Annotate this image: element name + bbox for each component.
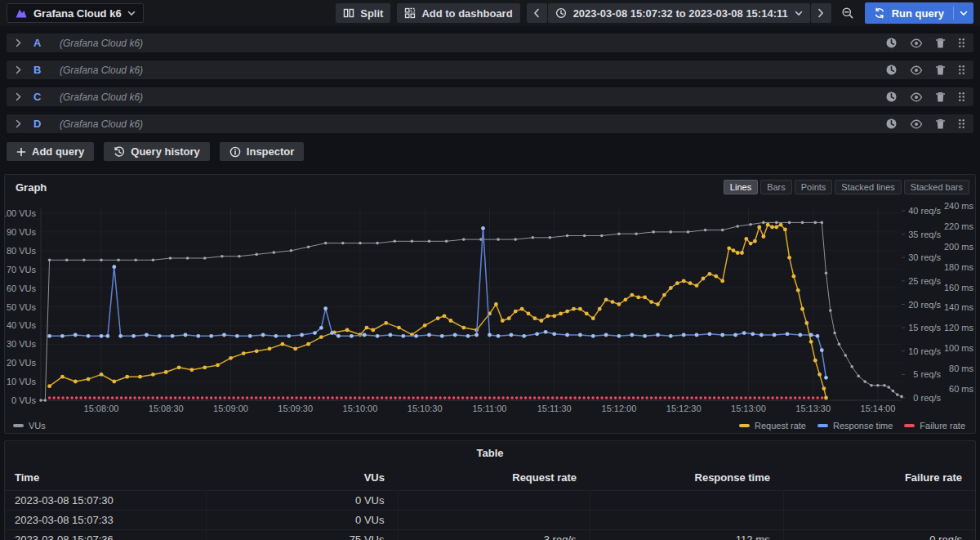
mode-button-points[interactable]: Points: [795, 180, 833, 194]
query-row[interactable]: C (Grafana Cloud k6): [7, 87, 973, 106]
history-clock-icon[interactable]: [885, 64, 898, 76]
graph-legend: VUs Request rateResponse timeFailure rat…: [5, 418, 975, 433]
query-ref-letter: D: [33, 118, 45, 130]
time-picker: 2023-03-08 15:07:32 to 2023-03-08 15:14:…: [527, 3, 831, 23]
add-query-button[interactable]: Add query: [7, 142, 94, 161]
y-axis-ms-label: 220 ms: [944, 221, 974, 231]
query-row[interactable]: D (Grafana Cloud k6): [7, 114, 973, 133]
legend-label: VUs: [29, 421, 46, 431]
query-ref-letter: C: [33, 91, 45, 103]
time-range-button[interactable]: 2023-03-08 15:07:32 to 2023-03-08 15:14:…: [548, 3, 810, 23]
time-range-forward-button[interactable]: [811, 3, 831, 23]
chevron-right-icon: [817, 8, 824, 18]
legend-item-vus[interactable]: VUs: [13, 421, 46, 431]
x-axis-label: 15:08:00: [84, 404, 119, 413]
add-to-dashboard-button[interactable]: Add to dashboard: [397, 3, 519, 23]
eye-icon[interactable]: [910, 119, 923, 129]
table-cell: 2023-03-08 15:07:33: [5, 510, 206, 529]
table-cell: 0 req/s: [783, 529, 975, 540]
chevron-right-icon[interactable]: [15, 92, 22, 101]
mode-button-stacked-lines[interactable]: Stacked lines: [835, 180, 901, 194]
x-axis-label: 15:14:00: [861, 404, 896, 413]
column-header-failure-rate[interactable]: Failure rate: [783, 466, 975, 490]
explore-toolbar: Grafana Cloud k6 Split Add to dashboard: [0, 0, 980, 26]
chevron-right-icon[interactable]: [15, 65, 22, 74]
trash-icon[interactable]: [935, 91, 946, 103]
zoom-out-button[interactable]: [838, 3, 858, 23]
x-axis-label: 15:09:30: [278, 404, 313, 413]
y-axis-ms-label: 180 ms: [944, 262, 974, 272]
series-vus: [41, 222, 902, 400]
legend-swatch: [739, 424, 750, 427]
chevron-right-icon[interactable]: [15, 38, 22, 47]
y-axis-ms-label: 80 ms: [949, 364, 973, 373]
query-history-button[interactable]: Query history: [104, 142, 210, 161]
trash-icon[interactable]: [935, 65, 946, 76]
table-cell: 112 ms: [590, 529, 783, 540]
mode-button-lines[interactable]: Lines: [724, 180, 758, 194]
run-query-button[interactable]: Run query: [865, 2, 973, 24]
drag-handle-icon[interactable]: [958, 65, 965, 75]
query-datasource-hint: (Grafana Cloud k6): [60, 118, 143, 130]
time-range-label: 2023-03-08 15:07:32 to 2023-03-08 15:14:…: [573, 7, 788, 20]
graph-chart[interactable]: 0 VUs10 VUs20 VUs30 VUs40 VUs50 VUs60 VU…: [5, 196, 975, 418]
run-query-label: Run query: [892, 7, 944, 20]
legend-item-request-rate[interactable]: Request rate: [739, 421, 806, 431]
y-axis-left-label: 60 VUs: [7, 283, 37, 293]
y-axis-ms-label: 140 ms: [944, 302, 974, 312]
plus-icon: [16, 147, 26, 157]
query-ref-letter: A: [33, 37, 45, 49]
y-axis-left-label: 10 VUs: [7, 377, 37, 386]
x-axis-label: 15:13:30: [795, 404, 831, 413]
y-axis-ms-label: 200 ms: [944, 242, 974, 252]
x-axis-label: 15:09:00: [213, 404, 248, 413]
query-row[interactable]: B (Grafana Cloud k6): [7, 60, 973, 79]
history-clock-icon[interactable]: [885, 37, 898, 49]
y-axis-ms-label: 240 ms: [944, 201, 974, 211]
y-axis-ms-label: 100 ms: [944, 343, 974, 353]
x-axis-label: 15:10:00: [343, 404, 378, 413]
y-axis-reqps-label: 0 req/s: [913, 393, 941, 403]
eye-icon[interactable]: [910, 92, 923, 102]
split-button[interactable]: Split: [336, 3, 390, 23]
eye-icon[interactable]: [910, 38, 923, 48]
y-axis-left-label: 80 VUs: [7, 246, 37, 256]
query-datasource-hint: (Grafana Cloud k6): [60, 91, 143, 103]
add-to-dashboard-label: Add to dashboard: [421, 7, 512, 20]
k6-logo-icon: [15, 7, 28, 20]
x-axis-label: 15:13:00: [731, 404, 766, 413]
y-axis-reqps-label: 15 req/s: [908, 323, 941, 332]
trash-icon[interactable]: [935, 118, 946, 130]
y-axis-reqps-label: 35 req/s: [908, 230, 941, 239]
drag-handle-icon[interactable]: [958, 91, 965, 102]
legend-item-response-time[interactable]: Response time: [817, 421, 893, 431]
datasource-picker[interactable]: Grafana Cloud k6: [7, 3, 144, 23]
table-cell: 0 VUs: [206, 510, 398, 529]
column-header-response-time[interactable]: Response time: [590, 466, 783, 490]
time-range-back-button[interactable]: [527, 3, 547, 23]
inspector-button[interactable]: Inspector: [220, 142, 305, 161]
chevron-right-icon[interactable]: [15, 119, 22, 128]
drag-handle-icon[interactable]: [958, 118, 965, 129]
eye-icon[interactable]: [910, 65, 923, 75]
column-header-time[interactable]: Time: [5, 466, 206, 490]
y-axis-left-label: 70 VUs: [7, 265, 37, 274]
graph-canvas[interactable]: 0 VUs10 VUs20 VUs30 VUs40 VUs50 VUs60 VU…: [5, 196, 975, 418]
mode-button-bars[interactable]: Bars: [760, 180, 792, 194]
trash-icon[interactable]: [935, 38, 946, 49]
drag-handle-icon[interactable]: [958, 38, 965, 48]
legend-item-failure-rate[interactable]: Failure rate: [904, 421, 965, 431]
table-cell: 2023-03-08 15:07:36: [5, 529, 206, 540]
legend-swatch: [817, 424, 828, 427]
column-header-request-rate[interactable]: Request rate: [398, 466, 590, 490]
table-cell: [783, 510, 975, 529]
y-axis-reqps-label: 30 req/s: [908, 252, 941, 262]
query-row[interactable]: A (Grafana Cloud k6): [7, 33, 973, 52]
history-clock-icon[interactable]: [885, 91, 898, 103]
column-header-vus[interactable]: VUs: [206, 466, 398, 490]
query-datasource-hint: (Grafana Cloud k6): [60, 65, 143, 76]
mode-button-stacked-bars[interactable]: Stacked bars: [904, 180, 969, 194]
query-actions: Add query Query history Inspector: [0, 141, 980, 161]
history-clock-icon[interactable]: [885, 118, 898, 130]
run-query-dropdown[interactable]: [953, 7, 973, 20]
